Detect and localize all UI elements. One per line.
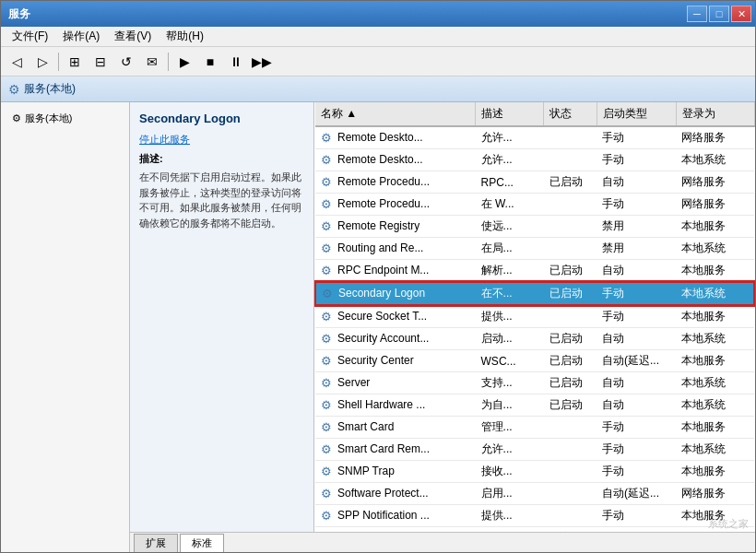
- detail-desc-text: 在不同凭据下启用启动过程。如果此服务被停止，这种类型的登录访问将不可用。如果此服…: [139, 170, 304, 230]
- left-panel-icon: ⚙: [12, 112, 21, 124]
- service-gear-icon: ⚙: [321, 465, 334, 477]
- service-desc-cell: RPC...: [476, 171, 544, 194]
- service-name-cell: ⚙Server: [315, 372, 476, 394]
- minimize-button[interactable]: ─: [687, 6, 707, 22]
- table-row[interactable]: ⚙Software Protect...启用...自动(延迟...网络服务: [315, 483, 754, 505]
- service-status-cell: 已启动: [544, 171, 597, 194]
- table-row[interactable]: ⚙Security CenterWSC...已启动自动(延迟...本地服务: [315, 350, 754, 372]
- col-header-logon[interactable]: 登录为: [676, 102, 754, 126]
- service-startup-cell: 手动: [597, 282, 676, 305]
- menu-file[interactable]: 文件(F): [5, 27, 55, 46]
- service-logon-cell: 网络服务: [676, 171, 754, 194]
- table-row[interactable]: ⚙RPC Endpoint M...解析...已启动自动本地服务: [315, 260, 754, 283]
- service-startup-cell: 自动: [597, 260, 676, 283]
- table-row[interactable]: ⚙Remote Deskto...允许...手动本地系统: [315, 149, 754, 171]
- col-header-desc[interactable]: 描述: [476, 102, 544, 126]
- table-row[interactable]: ⚙Remote Registry使远...禁用本地服务: [315, 216, 754, 238]
- menu-view[interactable]: 查看(V): [107, 27, 159, 46]
- service-gear-icon: ⚙: [321, 310, 334, 323]
- service-gear-icon: ⚙: [321, 420, 334, 433]
- tab-standard[interactable]: 标准: [180, 534, 224, 552]
- service-gear-icon: ⚙: [321, 264, 334, 276]
- toolbar: ◁ ▷ ⊞ ⊟ ↺ ✉ ▶ ■ ⏸ ▶▶: [1, 47, 755, 76]
- service-status-cell: 已启动: [544, 282, 597, 305]
- service-name-cell: ⚙Secondary Logon: [315, 282, 476, 305]
- service-startup-cell: 自动: [597, 171, 676, 194]
- service-gear-icon: ⚙: [321, 509, 334, 522]
- table-row[interactable]: ⚙Remote Procedu...在 W...手动网络服务: [315, 194, 754, 216]
- table-row[interactable]: ⚙Routing and Re...在局...禁用本地系统: [315, 238, 754, 260]
- maximize-button[interactable]: □: [709, 6, 729, 22]
- left-panel-services-local[interactable]: ⚙ 服务(本地): [8, 110, 122, 127]
- table-row[interactable]: ⚙Remote Deskto...允许...手动网络服务: [315, 126, 754, 149]
- restart-button[interactable]: ▶▶: [250, 51, 274, 73]
- service-startup-cell: 自动: [597, 328, 676, 350]
- service-gear-icon: ⚙: [321, 487, 334, 500]
- close-button[interactable]: ✕: [731, 6, 751, 22]
- services-table-container: 名称 ▲ 描述 状态 启动类型 登录为 ⚙Remote Deskto...允许.…: [314, 102, 755, 532]
- service-logon-cell: 本地系统: [676, 328, 754, 350]
- service-desc-cell: 解析...: [476, 260, 544, 283]
- service-gear-icon: ⚙: [321, 376, 334, 389]
- service-name-cell: ⚙SNMP Trap: [315, 461, 476, 483]
- play-button[interactable]: ▶: [172, 51, 196, 73]
- forward-button[interactable]: ▷: [30, 51, 54, 73]
- service-gear-icon: ⚙: [321, 219, 334, 232]
- show-hide-button[interactable]: ⊟: [89, 51, 112, 73]
- service-logon-cell: 本地服务: [676, 461, 754, 483]
- col-header-startup[interactable]: 启动类型: [597, 102, 676, 126]
- table-row[interactable]: ⚙Server支持...已启动自动本地系统: [315, 372, 754, 394]
- service-name-cell: ⚙RPC Endpoint M...: [315, 260, 476, 283]
- service-startup-cell: 禁用: [597, 216, 676, 238]
- menu-action[interactable]: 操作(A): [55, 27, 107, 46]
- service-gear-icon: ⚙: [322, 287, 335, 300]
- left-panel: ⚙ 服务(本地): [1, 102, 130, 552]
- service-name-cell: ⚙Shell Hardware ...: [315, 394, 476, 417]
- service-desc-cell: 管理...: [476, 417, 544, 439]
- service-desc-cell: 提供...: [476, 505, 544, 527]
- service-desc-cell: 启动...: [476, 328, 544, 350]
- service-logon-cell: 本地服务: [676, 350, 754, 372]
- refresh-button[interactable]: ↺: [114, 51, 138, 73]
- service-logon-cell: 本地系统: [676, 372, 754, 394]
- service-gear-icon: ⚙: [321, 175, 334, 188]
- service-gear-icon: ⚙: [321, 442, 334, 455]
- service-name-cell: ⚙Smart Card: [315, 417, 476, 439]
- service-status-cell: [544, 483, 597, 505]
- service-desc-cell: 允许...: [476, 439, 544, 461]
- table-row[interactable]: ⚙SNMP Trap接收...手动本地服务: [315, 461, 754, 483]
- service-name-cell: ⚙Secure Socket T...: [315, 305, 476, 328]
- export-button[interactable]: ✉: [140, 51, 164, 73]
- table-row[interactable]: ⚙Smart Card Rem...允许...手动本地系统: [315, 439, 754, 461]
- service-logon-cell: 网络服务: [676, 194, 754, 216]
- table-row[interactable]: ⚙Secure Socket T...提供...手动本地服务: [315, 305, 754, 328]
- menu-help[interactable]: 帮助(H): [159, 27, 211, 46]
- content-area: Secondary Logon 停止此服务 描述: 在不同凭据下启用启动过程。如…: [130, 102, 755, 532]
- up-button[interactable]: ⊞: [63, 51, 87, 73]
- table-row[interactable]: ⚙Secondary Logon在不...已启动手动本地系统: [315, 282, 754, 305]
- table-row[interactable]: ⚙Shell Hardware ...为自...已启动自动本地系统: [315, 394, 754, 417]
- stop-button[interactable]: ■: [198, 51, 222, 73]
- service-logon-cell: 本地系统: [676, 439, 754, 461]
- col-header-status[interactable]: 状态: [544, 102, 597, 126]
- service-logon-cell: 本地系统: [676, 282, 754, 305]
- service-startup-cell: 手动: [597, 194, 676, 216]
- table-row[interactable]: ⚙Remote Procedu...RPC...已启动自动网络服务: [315, 171, 754, 194]
- table-row[interactable]: ⚙Smart Card管理...手动本地服务: [315, 417, 754, 439]
- detail-service-title: Secondary Logon: [139, 112, 304, 125]
- services-tbody: ⚙Remote Deskto...允许...手动网络服务⚙Remote Desk…: [315, 126, 754, 532]
- main-window: 服务 ─ □ ✕ 文件(F) 操作(A) 查看(V) 帮助(H) ◁ ▷ ⊞ ⊟…: [0, 0, 756, 553]
- service-gear-icon: ⚙: [321, 197, 334, 210]
- service-status-cell: 已启动: [544, 328, 597, 350]
- service-startup-cell: 手动: [597, 149, 676, 171]
- table-row[interactable]: ⚙Security Account...启动...已启动自动本地系统: [315, 328, 754, 350]
- table-row[interactable]: ⚙SPP Notification ...提供...手动本地服务: [315, 505, 754, 527]
- service-startup-cell: 手动: [597, 417, 676, 439]
- stop-service-link[interactable]: 停止此服务: [139, 133, 304, 147]
- pause-button[interactable]: ⏸: [224, 51, 248, 73]
- service-status-cell: [544, 216, 597, 238]
- back-button[interactable]: ◁: [5, 51, 29, 73]
- right-panel: Secondary Logon 停止此服务 描述: 在不同凭据下启用启动过程。如…: [130, 102, 755, 552]
- col-header-name[interactable]: 名称 ▲: [315, 102, 476, 126]
- tab-expand[interactable]: 扩展: [134, 534, 178, 552]
